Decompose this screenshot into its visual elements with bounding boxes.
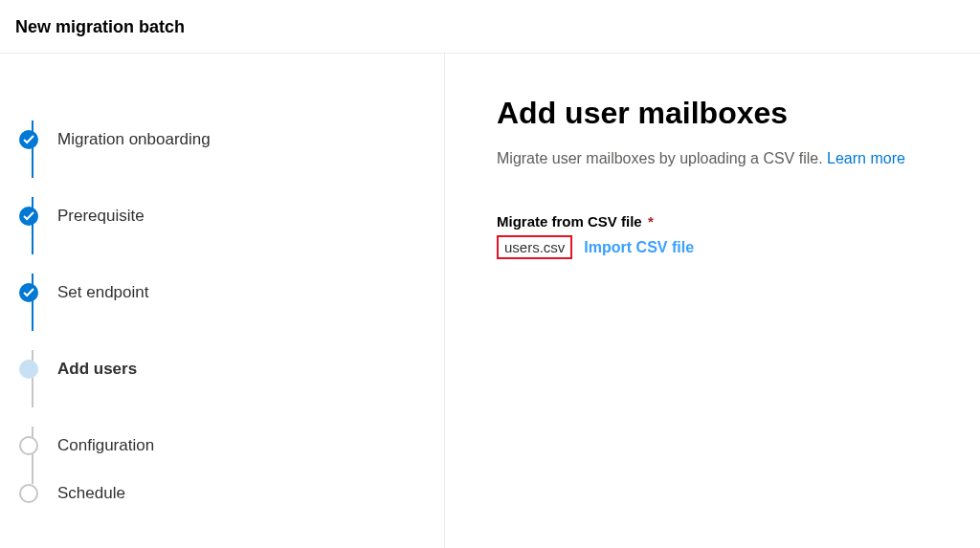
step-set-endpoint[interactable]: Set endpoint: [19, 254, 444, 331]
selected-filename: users.csv: [497, 235, 572, 259]
panel-header: New migration batch: [0, 0, 980, 54]
step-label: Migration onboarding: [57, 130, 211, 149]
steps-list: Migration onboarding Prerequisite Set en…: [15, 101, 444, 503]
step-prerequisite[interactable]: Prerequisite: [19, 178, 444, 254]
step-connector: [32, 197, 33, 254]
required-marker: *: [648, 213, 654, 230]
csv-field-label: Migrate from CSV file *: [497, 213, 980, 230]
step-label: Schedule: [57, 484, 125, 503]
step-connector: [32, 427, 33, 484]
pending-step-icon: [19, 436, 38, 455]
step-connector: [32, 274, 33, 331]
checkmark-icon: [19, 207, 38, 226]
step-label: Prerequisite: [57, 207, 145, 226]
step-label: Add users: [57, 360, 137, 379]
step-add-users[interactable]: Add users: [19, 331, 444, 407]
page-description: Migrate user mailboxes by uploading a CS…: [497, 150, 980, 167]
main-panel: Add user mailboxes Migrate user mailboxe…: [445, 54, 980, 548]
csv-file-row: users.csv Import CSV file: [497, 235, 980, 259]
content-area: Migration onboarding Prerequisite Set en…: [0, 54, 980, 548]
current-step-icon: [19, 360, 38, 379]
pending-step-icon: [19, 484, 38, 503]
learn-more-link[interactable]: Learn more: [827, 150, 905, 166]
step-connector: [32, 350, 33, 407]
step-configuration[interactable]: Configuration: [19, 407, 444, 484]
import-csv-button[interactable]: Import CSV file: [584, 239, 694, 256]
panel-title: New migration batch: [15, 17, 965, 37]
wizard-steps-sidebar: Migration onboarding Prerequisite Set en…: [0, 54, 445, 548]
checkmark-icon: [19, 130, 38, 149]
step-connector: [32, 121, 33, 178]
step-schedule[interactable]: Schedule: [19, 484, 444, 503]
step-label: Set endpoint: [57, 283, 148, 302]
field-label-text: Migrate from CSV file: [497, 213, 642, 230]
page-heading: Add user mailboxes: [497, 96, 980, 131]
description-text: Migrate user mailboxes by uploading a CS…: [497, 150, 827, 166]
checkmark-icon: [19, 283, 38, 302]
step-label: Configuration: [57, 436, 154, 455]
step-migration-onboarding[interactable]: Migration onboarding: [19, 101, 444, 178]
